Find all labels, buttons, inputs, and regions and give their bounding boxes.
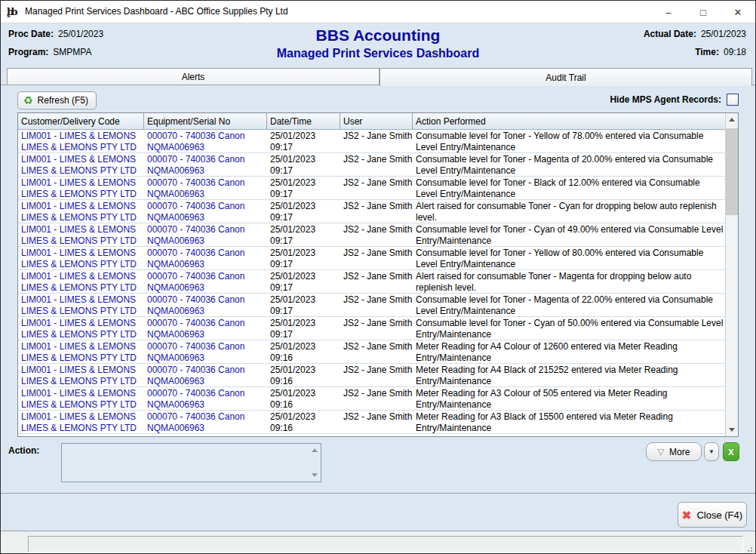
title-bar: bsb Managed Print Services Dashboard - A… [1, 1, 755, 23]
cell-datetime: 25/01/202309:17 [270, 177, 340, 200]
cell-customer: LIM001 - LIMES & LEMONSLIMES & LEMONS PT… [21, 341, 143, 364]
window-title: Managed Print Services Dashboard - ABC O… [25, 6, 288, 17]
scrollbar-thumb[interactable] [726, 128, 738, 215]
cell-action: Meter Reading for A3 Colour of 505 enter… [416, 388, 724, 411]
cell-user: JS2 - Jane Smith [343, 435, 414, 436]
cell-user: JS2 - Jane Smith [343, 271, 414, 282]
cell-user: JS2 - Jane Smith [343, 177, 414, 189]
time-label: Time: [695, 47, 719, 57]
cell-user: JS2 - Jane Smith [343, 388, 414, 399]
cell-user: JS2 - Jane Smith [343, 341, 414, 352]
cell-equipment: 000070 - 740036 CanonNQMA006963 [147, 388, 266, 411]
table-row[interactable]: LIM001 - LIMES & LEMONSLIMES & LEMONS PT… [18, 294, 726, 317]
cell-customer: LIM001 - LIMES & LEMONSLIMES & LEMONS PT… [21, 177, 143, 200]
header-center: BBS Accounting Managed Print Services Da… [1, 26, 755, 62]
cell-datetime: 25/01/202309:16 [270, 435, 340, 436]
cell-customer: LIM001 - LIMES & LEMONSLIMES & LEMONS PT… [21, 224, 143, 247]
action-label: Action: [8, 445, 39, 456]
footer-divider [1, 493, 755, 494]
table-row[interactable]: LIM001 - LIMES & LEMONSLIMES & LEMONS PT… [18, 317, 726, 340]
cell-action: Consumable level for Toner - Black of 12… [416, 177, 724, 200]
cell-datetime: 25/01/202309:17 [270, 201, 340, 223]
table-row[interactable]: LIM001 - LIMES & LEMONSLIMES & LEMONS PT… [18, 387, 726, 411]
cell-equipment: 000070 - 740036 CanonNQMA006963 [147, 177, 266, 200]
cell-user: JS2 - Jane Smith [343, 318, 414, 329]
cell-datetime: 25/01/202309:17 [270, 248, 340, 270]
cell-datetime: 25/01/202309:17 [270, 154, 340, 177]
column-header-datetime[interactable]: Date/Time [267, 113, 340, 129]
cell-action: Consumable level for Toner - Magenta of … [416, 154, 724, 177]
maximize-button[interactable]: □ [686, 1, 721, 23]
cell-customer: LIM001 - LIMES & LEMONSLIMES & LEMONS PT… [21, 154, 143, 177]
cell-user: JS2 - Jane Smith [343, 294, 414, 306]
cell-equipment: 000070 - 740036 CanonNQMA006963 [147, 341, 266, 364]
scroll-up-icon[interactable] [726, 113, 738, 126]
action-textarea[interactable] [61, 443, 321, 482]
column-header-equipment[interactable]: Equipment/Serial No [144, 113, 267, 129]
table-row[interactable]: LIM001 - LIMES & LEMONSLIMES & LEMONS PT… [18, 153, 726, 177]
hide-mps-checkbox[interactable] [727, 94, 739, 106]
action-scroll-up-icon[interactable] [312, 448, 318, 452]
status-panel [28, 536, 743, 552]
close-button[interactable]: ✖ Close (F4) [678, 502, 747, 528]
close-window-button[interactable]: ✕ [721, 1, 755, 23]
header-band: Proc Date:25/01/2023 Program:SMPMPA BBS … [1, 24, 755, 67]
cell-datetime: 25/01/202309:17 [270, 131, 340, 153]
cell-action: Consumable level for Toner - Yellow of 7… [416, 131, 724, 153]
cell-customer: LIM001 - LIMES & LEMONSLIMES & LEMONS PT… [21, 271, 143, 294]
cell-equipment: 000070 - 740036 CanonNQMA006963 [147, 248, 266, 270]
column-header-user[interactable]: User [340, 113, 413, 129]
table-row[interactable]: LIM001 - LIMES & LEMONSLIMES & LEMONS PT… [18, 340, 726, 364]
column-header-customer[interactable]: Customer/Delivery Code [18, 113, 144, 129]
header-right: Actual Date:25/01/2023 Time:09:18 [644, 29, 746, 65]
export-excel-button[interactable]: X [723, 442, 739, 461]
table-row[interactable]: LIM001 - LIMES & LEMONSLIMES & LEMONS PT… [18, 130, 726, 153]
refresh-button[interactable]: ♻ Refresh (F5) [17, 91, 97, 109]
cell-user: JS2 - Jane Smith [343, 365, 414, 376]
actual-date-value: 25/01/2023 [701, 29, 746, 39]
more-dropdown-button[interactable]: ▼ [704, 442, 719, 461]
cell-datetime: 25/01/202309:17 [270, 224, 340, 247]
cell-datetime: 25/01/202309:17 [270, 294, 340, 317]
cell-equipment: 000070 - 740036 CanonNQMA006963 [147, 411, 266, 434]
table-row[interactable]: LIM001 - LIMES & LEMONSLIMES & LEMONS PT… [18, 411, 726, 434]
minimize-icon: – [665, 7, 671, 18]
audit-trail-table: Customer/Delivery Code Equipment/Serial … [17, 112, 739, 437]
close-x-icon: ✖ [682, 509, 692, 521]
table-row[interactable]: LIM001 - LIMES & LEMONSLIMES & LEMONS PT… [18, 223, 726, 247]
excel-export-icon: X [728, 448, 733, 457]
app-title: BBS Accounting [1, 26, 755, 45]
vertical-scrollbar[interactable] [725, 113, 738, 436]
cell-action: Consumable level for Toner - Cyan of 49.… [416, 224, 724, 247]
tab-audit-trail[interactable]: Audit Trail [380, 68, 752, 86]
table-row[interactable]: LIM001 - LIMES & LEMONSLIMES & LEMONS PT… [18, 247, 726, 270]
cell-user: JS2 - Jane Smith [343, 248, 414, 259]
cell-customer: LIM001 - LIMES & LEMONSLIMES & LEMONS PT… [21, 411, 143, 434]
close-label: Close (F4) [696, 509, 742, 521]
table-row[interactable]: LIM001 - LIMES & LEMONSLIMES & LEMONS PT… [18, 434, 726, 436]
hide-mps-group: Hide MPS Agent Records: [610, 94, 739, 106]
cell-equipment: 000070 - 740036 CanonNQMA006963 [147, 271, 266, 294]
cell-action: Consumable level for Toner - Yellow of 8… [416, 248, 724, 270]
page-title: Managed Print Services Dashboard [1, 45, 755, 62]
cell-equipment: 000070 - 740036 CanonNQMA006963 [147, 435, 266, 436]
tab-alerts[interactable]: Alerts [7, 68, 380, 85]
actual-date-label: Actual Date: [644, 29, 696, 39]
cell-user: JS2 - Jane Smith [343, 201, 414, 212]
minimize-button[interactable]: – [651, 1, 686, 23]
table-row[interactable]: LIM001 - LIMES & LEMONSLIMES & LEMONS PT… [18, 177, 726, 200]
cell-customer: LIM001 - LIMES & LEMONSLIMES & LEMONS PT… [21, 435, 143, 436]
more-label: More [669, 447, 690, 457]
cell-customer: LIM001 - LIMES & LEMONSLIMES & LEMONS PT… [21, 388, 143, 411]
resize-grip-icon[interactable] [745, 545, 753, 552]
scroll-down-icon[interactable] [726, 423, 738, 436]
column-header-action[interactable]: Action Performed [413, 113, 726, 129]
table-row[interactable]: LIM001 - LIMES & LEMONSLIMES & LEMONS PT… [18, 364, 726, 387]
refresh-icon: ♻ [23, 95, 33, 106]
more-button[interactable]: ▽ More [646, 442, 702, 461]
action-scroll-down-icon[interactable] [312, 473, 318, 477]
table-row[interactable]: LIM001 - LIMES & LEMONSLIMES & LEMONS PT… [18, 200, 726, 223]
table-row[interactable]: LIM001 - LIMES & LEMONSLIMES & LEMONS PT… [18, 270, 726, 294]
table-body: LIM001 - LIMES & LEMONSLIMES & LEMONS PT… [18, 130, 726, 436]
cell-customer: LIM001 - LIMES & LEMONSLIMES & LEMONS PT… [21, 131, 143, 153]
